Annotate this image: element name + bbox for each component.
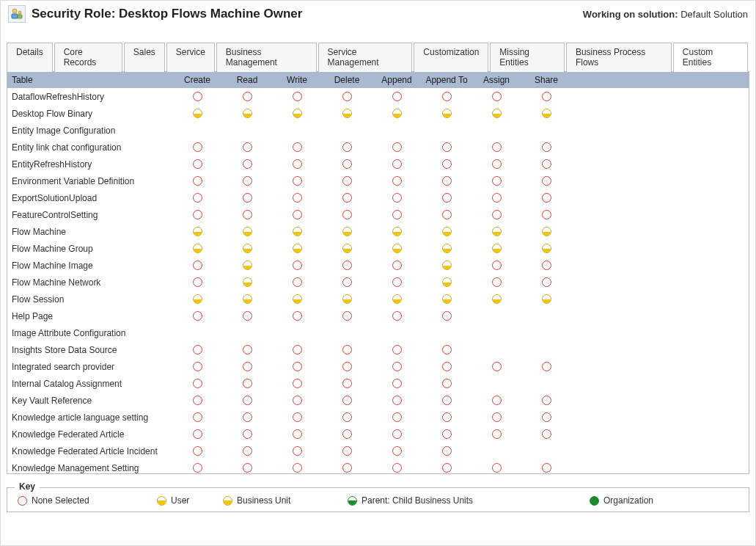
tab-sales[interactable]: Sales <box>124 43 165 72</box>
column-header-delete[interactable]: Delete <box>322 75 372 85</box>
tab-business-process-flows[interactable]: Business Process Flows <box>566 43 672 72</box>
priv-none-icon[interactable] <box>492 176 502 186</box>
priv-user-icon[interactable] <box>293 109 302 118</box>
priv-cell[interactable] <box>372 176 422 186</box>
priv-cell[interactable] <box>222 193 272 203</box>
priv-none-icon[interactable] <box>342 311 352 321</box>
priv-cell[interactable] <box>521 210 571 219</box>
priv-cell[interactable] <box>222 210 272 219</box>
priv-none-icon[interactable] <box>542 159 551 169</box>
priv-none-icon[interactable] <box>442 311 452 321</box>
priv-none-icon[interactable] <box>492 396 502 405</box>
priv-cell[interactable] <box>521 142 571 152</box>
priv-cell[interactable] <box>422 261 471 270</box>
priv-none-icon[interactable] <box>492 412 502 422</box>
entity-name[interactable]: Help Page <box>7 311 172 321</box>
priv-user-icon[interactable] <box>243 277 252 287</box>
priv-cell[interactable] <box>272 109 322 118</box>
priv-cell[interactable] <box>172 311 222 321</box>
priv-none-icon[interactable] <box>293 429 302 439</box>
priv-none-icon[interactable] <box>392 159 402 169</box>
priv-none-icon[interactable] <box>293 311 302 321</box>
priv-cell[interactable] <box>222 92 272 101</box>
tab-customization[interactable]: Customization <box>414 43 488 72</box>
priv-none-icon[interactable] <box>542 396 551 405</box>
priv-cell[interactable] <box>322 294 372 304</box>
priv-cell[interactable] <box>222 142 272 152</box>
entity-name[interactable]: Internal Catalog Assignment <box>7 379 172 389</box>
grid-scroll-area[interactable]: TableCreateReadWriteDeleteAppendAppend T… <box>7 72 749 473</box>
priv-none-icon[interactable] <box>442 142 452 152</box>
priv-cell[interactable] <box>322 429 372 439</box>
priv-user-icon[interactable] <box>492 294 502 304</box>
priv-cell[interactable] <box>422 294 471 304</box>
priv-cell[interactable] <box>422 362 471 371</box>
priv-cell[interactable] <box>172 396 222 405</box>
priv-none-icon[interactable] <box>243 345 252 354</box>
priv-cell[interactable] <box>521 227 571 236</box>
priv-none-icon[interactable] <box>342 412 352 422</box>
priv-cell[interactable] <box>172 176 222 186</box>
priv-cell[interactable] <box>322 193 372 203</box>
priv-user-icon[interactable] <box>392 244 402 253</box>
priv-cell[interactable] <box>322 159 372 169</box>
priv-cell[interactable] <box>222 261 272 270</box>
priv-cell[interactable] <box>372 379 422 388</box>
priv-cell[interactable] <box>471 294 521 304</box>
priv-cell[interactable] <box>172 109 222 118</box>
priv-cell[interactable] <box>222 396 272 405</box>
priv-cell[interactable] <box>172 277 222 287</box>
entity-name[interactable]: Flow Machine Network <box>7 277 172 288</box>
priv-cell[interactable] <box>422 412 471 422</box>
priv-user-icon[interactable] <box>193 294 202 304</box>
priv-none-icon[interactable] <box>293 379 302 388</box>
priv-none-icon[interactable] <box>293 345 302 354</box>
entity-name[interactable]: Knowledge Management Setting <box>7 463 172 473</box>
priv-cell[interactable] <box>272 396 322 405</box>
priv-none-icon[interactable] <box>293 277 302 287</box>
column-header-table[interactable]: Table <box>7 75 172 85</box>
entity-name[interactable]: Insights Store Data Source <box>7 345 172 355</box>
priv-cell[interactable] <box>521 176 571 186</box>
priv-cell[interactable] <box>372 277 422 287</box>
priv-none-icon[interactable] <box>542 463 551 473</box>
entity-name[interactable]: Flow Machine Group <box>7 244 172 254</box>
priv-none-icon[interactable] <box>293 210 302 219</box>
priv-none-icon[interactable] <box>442 379 452 388</box>
priv-cell[interactable] <box>422 92 471 101</box>
priv-cell[interactable] <box>322 412 372 422</box>
priv-none-icon[interactable] <box>342 142 352 152</box>
priv-user-icon[interactable] <box>193 109 202 118</box>
priv-cell[interactable] <box>322 396 372 405</box>
priv-cell[interactable] <box>172 244 222 253</box>
priv-cell[interactable] <box>372 412 422 422</box>
priv-none-icon[interactable] <box>542 176 551 186</box>
priv-cell[interactable] <box>372 193 422 203</box>
priv-user-icon[interactable] <box>492 109 502 118</box>
tab-service-management[interactable]: Service Management <box>318 43 413 72</box>
column-header-assign[interactable]: Assign <box>471 75 521 85</box>
entity-name[interactable]: DataflowRefreshHistory <box>7 92 172 102</box>
priv-cell[interactable] <box>172 142 222 152</box>
priv-cell[interactable] <box>272 176 322 186</box>
priv-cell[interactable] <box>322 142 372 152</box>
priv-cell[interactable] <box>322 109 372 118</box>
priv-user-icon[interactable] <box>542 109 551 118</box>
priv-cell[interactable] <box>322 277 372 287</box>
priv-cell[interactable] <box>222 446 272 456</box>
priv-none-icon[interactable] <box>392 193 402 203</box>
priv-none-icon[interactable] <box>193 412 202 422</box>
priv-user-icon[interactable] <box>492 244 502 253</box>
priv-cell[interactable] <box>422 244 471 253</box>
priv-cell[interactable] <box>222 294 272 304</box>
priv-none-icon[interactable] <box>293 92 302 101</box>
priv-cell[interactable] <box>272 244 322 253</box>
priv-cell[interactable] <box>521 159 571 169</box>
priv-none-icon[interactable] <box>342 446 352 456</box>
priv-user-icon[interactable] <box>342 244 352 253</box>
priv-cell[interactable] <box>422 463 471 473</box>
priv-cell[interactable] <box>172 193 222 203</box>
priv-cell[interactable] <box>172 429 222 439</box>
entity-name[interactable]: FeatureControlSetting <box>7 210 172 220</box>
priv-none-icon[interactable] <box>392 92 402 101</box>
